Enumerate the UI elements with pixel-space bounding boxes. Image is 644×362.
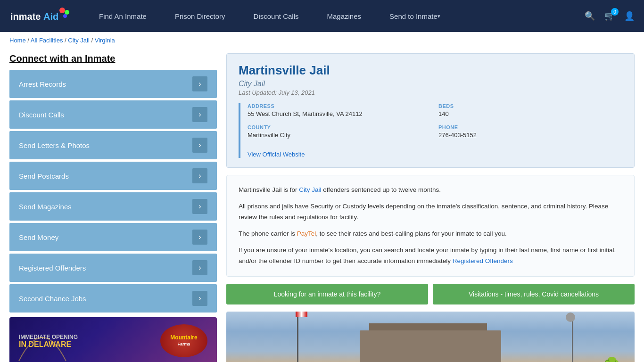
- sidebar-item-send-letters[interactable]: Send Letters & Photos ›: [9, 131, 217, 159]
- main-panel: Martinsville Jail City Jail Last Updated…: [226, 53, 635, 362]
- nav-prison-directory[interactable]: Prison Directory: [161, 0, 239, 32]
- breadcrumb-sep3: /: [91, 37, 94, 44]
- address-block: ADDRESS 55 West Church St, Martinsville,…: [248, 103, 431, 117]
- facility-info: ADDRESS 55 West Church St, Martinsville,…: [239, 103, 622, 158]
- desc-para4-before: If you are unsure of your inmate's locat…: [239, 247, 616, 264]
- sidebar-item-label: Registered Offenders: [19, 264, 86, 272]
- sidebar-item-label: Send Letters & Photos: [19, 141, 90, 149]
- desc-para3-before: The phone carrier is: [239, 230, 297, 237]
- sidebar-item-send-postcards[interactable]: Send Postcards ›: [9, 162, 217, 190]
- nav-find-inmate[interactable]: Find An Inmate: [85, 0, 161, 32]
- sidebar-item-label: Arrest Records: [19, 80, 66, 88]
- sidebar-item-second-chance-jobs[interactable]: Second Chance Jobs ›: [9, 284, 217, 313]
- visitations-button[interactable]: Visitations - times, rules, Covid cancel…: [433, 284, 635, 304]
- breadcrumb: Home / All Facilities / City Jail / Virg…: [0, 32, 644, 49]
- desc-para3-after: , to see their rates and best-calling pl…: [316, 230, 506, 237]
- svg-text:Aid: Aid: [43, 11, 58, 22]
- county-block: COUNTY Martinsville City: [248, 124, 431, 139]
- chevron-right-icon: ›: [192, 107, 207, 122]
- svg-point-4: [63, 14, 67, 18]
- trees-decoration: 🌳: [603, 356, 620, 362]
- navbar: inmate Aid Find An Inmate Prison Directo…: [0, 0, 644, 32]
- building-image: [360, 330, 501, 362]
- nav-magazines[interactable]: Magazines: [313, 0, 375, 32]
- cart-icon[interactable]: 🛒 0: [604, 11, 615, 21]
- desc-para1-after: offenders sentenced up to twelve months.: [322, 186, 441, 193]
- action-buttons: Looking for an inmate at this facility? …: [226, 284, 635, 304]
- beds-block: BEDS 140: [438, 103, 622, 117]
- address-value: 55 West Church St, Martinsville, VA 2411…: [248, 110, 431, 117]
- phone-label: PHONE: [438, 124, 622, 130]
- sidebar-item-discount-calls[interactable]: Discount Calls ›: [9, 100, 217, 129]
- svg-point-2: [59, 8, 65, 13]
- facility-type: City Jail: [239, 80, 622, 88]
- sidebar-item-send-magazines[interactable]: Send Magazines ›: [9, 192, 217, 221]
- phone-value: 276-403-5152: [438, 132, 622, 139]
- desc-para2: All prisons and jails have Security or C…: [239, 201, 622, 223]
- cart-badge: 0: [611, 8, 619, 16]
- county-value: Martinsville City: [248, 132, 431, 139]
- description-panel: Martinsville Jail is for City Jail offen…: [226, 175, 635, 277]
- chevron-right-icon: ›: [192, 168, 207, 183]
- sidebar-item-label: Second Chance Jobs: [19, 295, 86, 303]
- beds-value: 140: [438, 110, 622, 117]
- county-label: COUNTY: [248, 124, 431, 130]
- sidebar-item-label: Send Money: [19, 233, 58, 241]
- search-icon[interactable]: 🔍: [585, 11, 595, 21]
- chevron-right-icon: ›: [192, 230, 207, 245]
- nav-links: Find An Inmate Prison Directory Discount…: [85, 0, 585, 32]
- desc-para3: The phone carrier is PayTel, to see thei…: [239, 229, 622, 239]
- breadcrumb-all-facilities[interactable]: All Facilities: [31, 37, 63, 44]
- phone-block: PHONE 276-403-5152: [438, 124, 622, 139]
- street-light: [566, 313, 575, 322]
- breadcrumb-home[interactable]: Home: [9, 37, 26, 44]
- facility-updated: Last Updated: July 13, 2021: [239, 89, 622, 96]
- main-content: Connect with an Inmate Arrest Records › …: [0, 49, 644, 362]
- website-link[interactable]: View Official Website: [248, 151, 305, 158]
- flag: [296, 312, 307, 317]
- desc-para1: Martinsville Jail is for City Jail offen…: [239, 185, 622, 196]
- desc-paytel-link[interactable]: PayTel: [297, 230, 316, 237]
- light-pole: [572, 321, 573, 362]
- ad-logo-image: Mountaire Farms: [160, 324, 207, 357]
- address-label: ADDRESS: [248, 103, 431, 109]
- beds-label: BEDS: [438, 103, 622, 109]
- navbar-icons: 🔍 🛒 0 👤: [585, 11, 635, 21]
- desc-para4: If you are unsure of your inmate's locat…: [239, 245, 622, 267]
- nav-discount-calls[interactable]: Discount Calls: [239, 0, 313, 32]
- sidebar-item-label: Send Postcards: [19, 172, 69, 180]
- ad-banner[interactable]: IMMEDIATE OPENING IN DELAWARE Mountaire …: [9, 317, 217, 362]
- inmate-lookup-button[interactable]: Looking for an inmate at this facility?: [226, 284, 428, 304]
- sidebar-item-label: Discount Calls: [19, 111, 64, 119]
- user-icon[interactable]: 👤: [624, 11, 635, 21]
- logo[interactable]: inmate Aid: [9, 4, 71, 28]
- chevron-right-icon: ›: [192, 138, 207, 153]
- sidebar-item-arrest-records[interactable]: Arrest Records ›: [9, 70, 217, 98]
- facility-card: Martinsville Jail City Jail Last Updated…: [226, 53, 635, 168]
- nav-send-to-inmate[interactable]: Send to Inmate: [375, 0, 454, 32]
- sidebar-item-send-money[interactable]: Send Money ›: [9, 223, 217, 251]
- chevron-right-icon: ›: [192, 199, 207, 214]
- website-link-block: View Official Website: [248, 150, 622, 158]
- svg-point-3: [65, 10, 69, 15]
- chevron-right-icon: ›: [192, 260, 207, 275]
- facility-name: Martinsville Jail: [239, 63, 622, 78]
- desc-city-jail-link[interactable]: City Jail: [299, 186, 321, 193]
- sidebar: Connect with an Inmate Arrest Records › …: [9, 53, 217, 362]
- breadcrumb-virginia[interactable]: Virginia: [95, 37, 115, 44]
- svg-text:inmate: inmate: [10, 11, 41, 22]
- sidebar-item-registered-offenders[interactable]: Registered Offenders ›: [9, 254, 217, 282]
- facility-photo: 🌳: [226, 312, 635, 362]
- sidebar-item-label: Send Magazines: [19, 203, 72, 211]
- flag-pole: [297, 316, 298, 362]
- sidebar-menu: Arrest Records › Discount Calls › Send L…: [9, 70, 217, 313]
- sidebar-title: Connect with an Inmate: [9, 53, 217, 64]
- desc-registered-offenders-link[interactable]: Registered Offenders: [453, 257, 513, 264]
- breadcrumb-city-jail[interactable]: City Jail: [68, 37, 90, 44]
- chevron-right-icon: ›: [192, 76, 207, 91]
- desc-para1-before: Martinsville Jail is for: [239, 186, 299, 193]
- chevron-right-icon: ›: [192, 291, 207, 306]
